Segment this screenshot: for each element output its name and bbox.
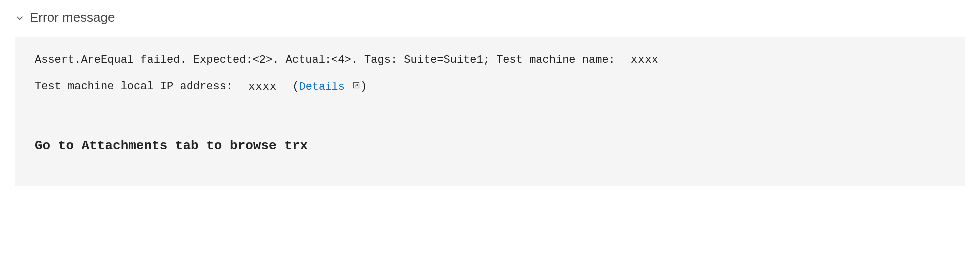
details-link[interactable]: Details bbox=[299, 81, 361, 94]
external-link-icon bbox=[352, 78, 360, 96]
details-link-label: Details bbox=[299, 81, 345, 94]
paren-close: ) bbox=[360, 81, 367, 94]
chevron-down-icon bbox=[15, 13, 25, 23]
error-text-1: Assert.AreEqual failed. Expected:<2>. Ac… bbox=[35, 54, 622, 66]
error-line-2: Test machine local IP address: xxxx (Det… bbox=[35, 78, 945, 96]
section-title: Error message bbox=[30, 10, 115, 26]
error-message-header[interactable]: Error message bbox=[15, 10, 965, 26]
attachments-cta: Go to Attachments tab to browse trx bbox=[35, 136, 945, 157]
error-message-box: Assert.AreEqual failed. Expected:<2>. Ac… bbox=[15, 38, 965, 186]
paren-open: ( bbox=[286, 81, 299, 94]
error-line-1: Assert.AreEqual failed. Expected:<2>. Ac… bbox=[35, 52, 945, 69]
error-text-2: Test machine local IP address: bbox=[35, 81, 239, 94]
machine-name-masked: xxxx bbox=[622, 54, 668, 66]
ip-masked: xxxx bbox=[239, 81, 286, 94]
